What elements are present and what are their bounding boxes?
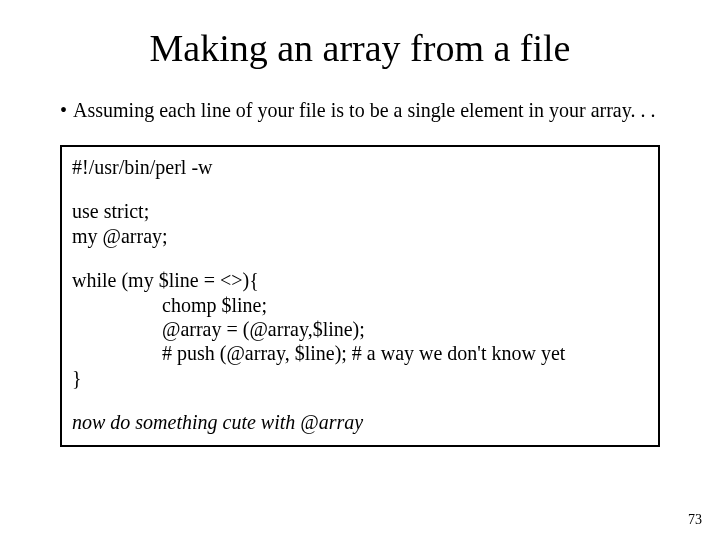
- code-line: my @array;: [72, 224, 648, 248]
- code-line: use strict;: [72, 199, 648, 223]
- blank-line: [72, 390, 648, 410]
- code-line: @array = (@array,$line);: [72, 317, 648, 341]
- code-line: #!/usr/bin/perl -w: [72, 155, 648, 179]
- slide: Making an array from a file • Assuming e…: [0, 0, 720, 540]
- code-line: # push (@array, $line); # a way we don't…: [72, 341, 648, 365]
- blank-line: [72, 248, 648, 268]
- code-box: #!/usr/bin/perl -w use strict; my @array…: [60, 145, 660, 447]
- bullet-text: Assuming each line of your file is to be…: [73, 98, 655, 123]
- code-footnote: now do something cute with @array: [72, 410, 648, 434]
- slide-title: Making an array from a file: [60, 26, 660, 70]
- page-number: 73: [688, 512, 702, 528]
- code-line: while (my $line = <>){: [72, 268, 648, 292]
- blank-line: [72, 179, 648, 199]
- code-line: chomp $line;: [72, 293, 648, 317]
- code-line: }: [72, 366, 648, 390]
- bullet-dot-icon: •: [60, 98, 67, 123]
- bullet-item: • Assuming each line of your file is to …: [60, 98, 660, 123]
